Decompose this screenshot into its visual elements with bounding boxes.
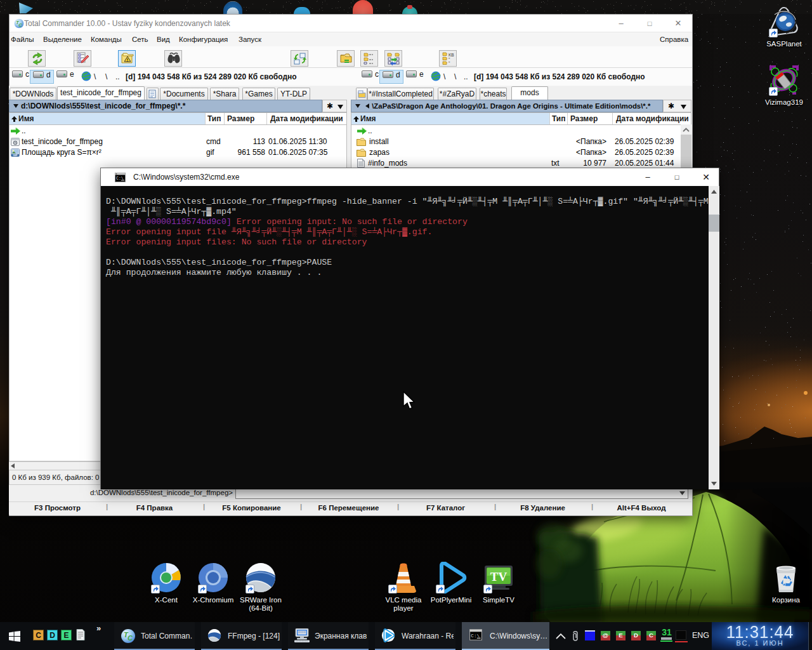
svg-text:C: C [18,22,22,28]
svg-text:!: ! [127,58,128,62]
svg-text:KB: KB [449,53,454,57]
svg-text:": " [449,61,450,65]
svg-text:TV: TV [490,570,508,583]
svg-text:C: C [128,634,133,642]
